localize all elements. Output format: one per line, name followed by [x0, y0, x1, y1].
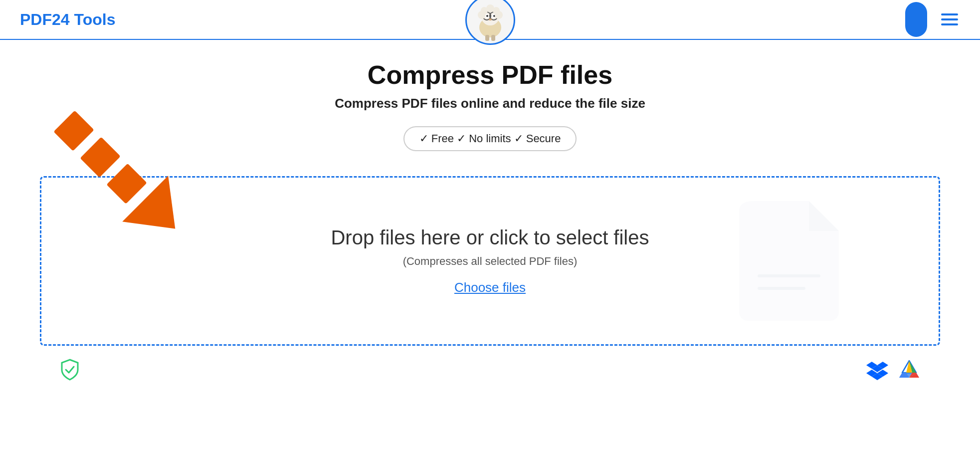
svg-point-7: [486, 15, 488, 17]
pdf-ghost-icon: [739, 201, 839, 321]
user-avatar[interactable]: [905, 2, 927, 37]
menu-bar-2: [941, 18, 958, 20]
cloud-storage-icons: [866, 359, 920, 381]
dropzone[interactable]: Drop files here or click to select files…: [40, 176, 940, 346]
header: PDF24 Tools: [0, 0, 980, 40]
logo[interactable]: PDF24 Tools: [20, 10, 115, 29]
page-title: Compress PDF files: [368, 60, 612, 90]
main-content: Compress PDF files Compress PDF files on…: [0, 40, 980, 409]
features-text: ✓ Free ✓ No limits ✓ Secure: [419, 132, 561, 145]
menu-bar-3: [941, 23, 958, 25]
svg-point-14: [486, 4, 494, 12]
mascot-icon: [468, 0, 513, 42]
features-badge: ✓ Free ✓ No limits ✓ Secure: [403, 126, 577, 151]
shield-security-icon: [60, 359, 80, 381]
dropzone-sub-text: (Compresses all selected PDF files): [403, 255, 578, 268]
google-drive-icon[interactable]: [898, 359, 920, 381]
svg-rect-18: [80, 137, 120, 178]
svg-point-9: [489, 18, 492, 20]
svg-rect-17: [53, 111, 94, 151]
dropbox-icon[interactable]: [866, 359, 888, 381]
menu-button[interactable]: [939, 11, 960, 27]
page-subtitle: Compress PDF files online and reduce the…: [335, 96, 645, 111]
choose-files-button[interactable]: Choose files: [454, 280, 526, 295]
bottom-bar: [40, 351, 940, 389]
dropzone-wrapper: Drop files here or click to select files…: [40, 176, 940, 346]
mascot-container: [465, 0, 515, 45]
mascot-circle: [465, 0, 515, 45]
dropzone-main-text: Drop files here or click to select files: [331, 226, 649, 249]
header-right: [905, 2, 960, 37]
shield-icon: [60, 359, 80, 381]
menu-bar-1: [941, 13, 958, 15]
